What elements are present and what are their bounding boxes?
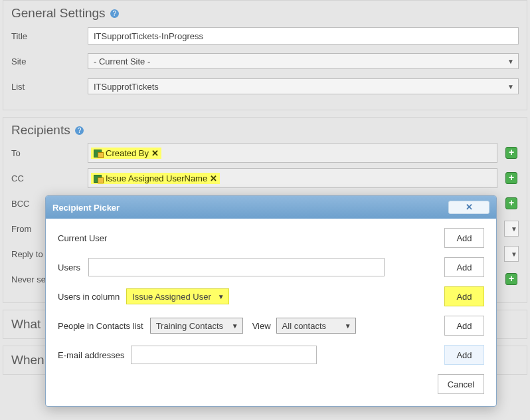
people-label: People in Contacts list <box>58 321 143 331</box>
view-select[interactable]: All contacts ▼ <box>276 318 356 334</box>
current-user-label: Current User <box>58 233 107 243</box>
current-user-row: Current User Add <box>58 228 484 248</box>
users-column-select[interactable]: Issue Assigned User ▼ <box>126 288 228 304</box>
general-settings-heading: General Settings ? <box>11 6 519 21</box>
chevron-down-icon: ▼ <box>511 251 517 258</box>
add-users-column-button[interactable]: Add <box>444 286 484 306</box>
contacts-list-value: Training Contacts <box>156 321 223 331</box>
remove-tag-icon[interactable]: ✕ <box>210 173 217 183</box>
list-label: List <box>11 82 88 92</box>
to-row: To Created By ✕ + <box>11 143 519 163</box>
list-select[interactable]: ITSupprotTickets ▼ <box>88 78 519 94</box>
to-field[interactable]: Created By ✕ <box>88 143 497 163</box>
title-input[interactable] <box>88 27 519 45</box>
title-label: Title <box>11 31 88 41</box>
reply-dropdown[interactable]: ▼ <box>504 246 519 262</box>
from-dropdown[interactable]: ▼ <box>504 221 519 237</box>
add-bcc-button[interactable]: + <box>505 197 517 209</box>
title-row: Title <box>11 26 519 46</box>
when-heading: When <box>11 353 44 367</box>
heading-text: General Settings <box>11 6 106 20</box>
cc-label: CC <box>11 173 88 183</box>
email-row: E-mail addresses Add <box>58 345 484 365</box>
chevron-down-icon: ▼ <box>345 322 351 330</box>
email-label: E-mail addresses <box>58 350 124 360</box>
dialog-header[interactable]: Recipient Picker ✕ <box>46 196 496 219</box>
general-settings-panel: General Settings ? Title Site - Current … <box>3 0 527 110</box>
cancel-button[interactable]: Cancel <box>438 374 484 394</box>
site-row: Site - Current Site - ▼ <box>11 51 519 71</box>
close-button[interactable]: ✕ <box>448 201 489 214</box>
add-to-button[interactable]: + <box>505 147 517 159</box>
contacts-list-select[interactable]: Training Contacts ▼ <box>150 318 243 334</box>
recipient-picker-dialog: Recipient Picker ✕ Current User Add User… <box>45 195 497 407</box>
users-column-value: Issue Assigned User <box>132 292 211 302</box>
chevron-down-icon: ▼ <box>218 293 224 300</box>
what-heading: What <box>11 317 41 331</box>
add-never-button[interactable]: + <box>505 273 517 285</box>
cancel-row: Cancel <box>58 374 484 394</box>
email-input[interactable] <box>131 346 317 364</box>
add-email-button[interactable]: Add <box>444 345 484 365</box>
to-label: To <box>11 148 88 158</box>
add-contacts-button[interactable]: Add <box>444 316 484 336</box>
users-label: Users <box>58 262 88 272</box>
recipients-heading: Recipients ? <box>11 123 519 138</box>
help-icon[interactable]: ? <box>110 9 119 18</box>
chevron-down-icon: ▼ <box>507 58 514 65</box>
add-current-user-button[interactable]: Add <box>444 228 484 248</box>
site-label: Site <box>11 56 88 66</box>
contacts-row: People in Contacts list Training Contact… <box>58 316 484 336</box>
to-tag: Created By ✕ <box>91 148 161 159</box>
users-column-row: Users in column Issue Assigned User ▼ Ad… <box>58 286 484 306</box>
site-select[interactable]: - Current Site - ▼ <box>88 53 519 69</box>
cc-row: CC Issue Assigned UserName ✕ + <box>11 168 519 188</box>
chevron-down-icon: ▼ <box>232 322 238 330</box>
list-row: List ITSupprotTickets ▼ <box>11 76 519 96</box>
to-tag-label: Created By <box>106 148 149 158</box>
list-value: ITSupprotTickets <box>94 82 159 92</box>
cc-field[interactable]: Issue Assigned UserName ✕ <box>88 168 497 188</box>
add-users-button[interactable]: Add <box>444 257 484 277</box>
view-label: View <box>252 321 271 331</box>
dialog-title: Recipient Picker <box>52 203 120 213</box>
cc-tag-label: Issue Assigned UserName <box>106 173 207 183</box>
column-icon <box>94 173 103 183</box>
column-icon <box>94 148 103 158</box>
users-input[interactable] <box>88 258 385 276</box>
users-column-label: Users in column <box>58 292 120 302</box>
chevron-down-icon: ▼ <box>507 83 514 90</box>
help-icon[interactable]: ? <box>75 126 84 135</box>
view-value: All contacts <box>282 321 326 331</box>
dialog-body: Current User Add Users Add Users in colu… <box>46 219 496 406</box>
cc-tag: Issue Assigned UserName ✕ <box>91 173 220 184</box>
site-value: - Current Site - <box>94 56 150 66</box>
chevron-down-icon: ▼ <box>511 225 517 233</box>
remove-tag-icon[interactable]: ✕ <box>151 148 159 158</box>
heading-text: Recipients <box>11 123 70 137</box>
users-row: Users Add <box>58 257 484 277</box>
add-cc-button[interactable]: + <box>505 172 517 184</box>
